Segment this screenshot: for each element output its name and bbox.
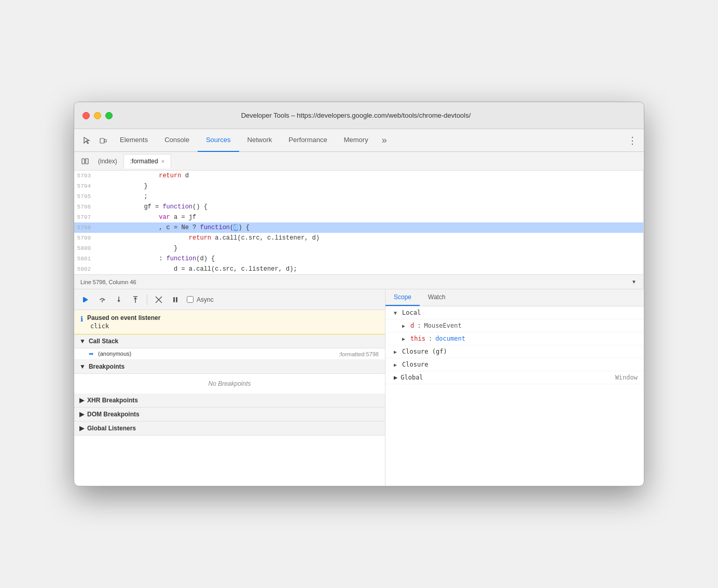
code-line-5797: 5797 var a = jf [74,212,643,222]
scope-global-header[interactable]: ▶ Global Window [385,371,644,384]
code-line-5798: 5798 , c = Ne ? function(d) { [74,222,643,233]
code-line-5800: 5800 } [74,243,643,254]
devtools-tab-bar: Elements Console Sources Network Perform… [74,129,644,152]
title-bar: Developer Tools – https://developers.goo… [74,102,644,129]
status-bar: Line 5798, Column 46 ▼ [74,274,643,289]
svg-marker-11 [134,297,137,299]
file-tab-bar: (index) :formatted × [74,152,644,171]
svg-marker-9 [117,300,120,302]
scope-this-key: this [410,335,425,342]
call-stack-item[interactable]: ➡ (anonymous) :formatted:5798 [74,348,385,360]
breakpoints-header[interactable]: ▼ Breakpoints [74,360,385,374]
svg-rect-0 [100,138,104,143]
scope-d-val: MouseEvent [424,322,461,329]
devtools-menu-button[interactable]: ⋮ [625,133,640,148]
bottom-panel: Async ℹ Paused on event listener click ▼… [74,289,644,486]
step-into-button[interactable] [112,292,126,307]
code-line-5796: 5796 gf = function() { [74,202,643,212]
global-listeners-label: Global Listeners [87,425,136,432]
svg-marker-4 [84,297,88,302]
tab-elements[interactable]: Elements [112,129,156,152]
this-expand-tri: ▶ [402,336,407,342]
step-out-button[interactable] [128,292,143,307]
tab-sources[interactable]: Sources [198,129,239,152]
scope-d-item[interactable]: ▶ d : MouseEvent [385,319,644,332]
call-stack-func: (anonymous) [98,351,131,357]
devtools-window: Developer Tools – https://developers.goo… [74,102,644,486]
tab-network[interactable]: Network [239,129,281,152]
left-panel: Async ℹ Paused on event listener click ▼… [74,289,385,486]
file-tab-index[interactable]: (index) [92,154,123,169]
tab-memory[interactable]: Memory [336,129,377,152]
info-icon: ℹ [80,315,83,323]
no-breakpoints-label: No Breakpoints [74,374,385,394]
toggle-panel-button[interactable] [78,155,92,168]
code-line-5802: 5802 d = a.call(c.src, c.listener, d); [74,264,643,274]
file-tab-formatted[interactable]: :formatted × [123,154,171,169]
scope-global-label: Global [401,374,423,381]
scope-closure-label: Closure [402,361,429,368]
svg-rect-16 [176,297,177,302]
svg-rect-15 [173,297,175,302]
pause-on-exceptions-button[interactable] [168,292,183,307]
call-stack-header[interactable]: ▼ Call Stack [74,334,385,348]
debugger-toolbar: Async [74,289,385,310]
svg-marker-6 [103,299,105,301]
closure-tri: ▶ [394,362,399,368]
tab-console[interactable]: Console [156,129,198,152]
window-title: Developer Tools – https://developers.goo… [76,111,636,119]
code-line-5794: 5794 } [74,181,643,191]
code-line-5793: 5793 return d [74,171,643,181]
dom-breakpoints-header[interactable]: ▶ DOM Breakpoints [74,408,385,422]
scope-this-colon: : [429,335,432,342]
resume-button[interactable] [78,292,93,307]
code-panel: 5793 return d 5794 } 5795 ; 5796 gf = fu… [74,171,644,289]
tab-performance[interactable]: Performance [280,129,335,152]
scope-closure-gf-header[interactable]: ▶ Closure (gf) [385,345,644,358]
file-tab-index-label: (index) [98,158,117,165]
paused-detail: click [87,321,160,330]
current-frame-arrow: ➡ [89,351,93,357]
scope-closure-header[interactable]: ▶ Closure [385,358,644,371]
select-tool-icon[interactable] [78,132,95,149]
async-checkbox[interactable]: Async [187,296,214,303]
code-line-5795: 5795 ; [74,191,643,202]
svg-rect-2 [82,159,85,164]
scope-this-item[interactable]: ▶ this : document [385,332,644,345]
scope-closure-gf-label: Closure (gf) [402,348,447,355]
tab-scope[interactable]: Scope [385,289,420,306]
paused-content: Paused on event listener click [87,314,160,330]
scope-local-header[interactable]: ▼ Local [385,306,644,319]
code-line-5799: 5799 return a.call(c.src, c.listener, d) [74,233,643,243]
global-tri: ▶ [394,374,397,381]
cursor-position: Line 5798, Column 46 [80,279,136,285]
code-line-5801: 5801 : function(d) { [74,254,643,264]
xhr-breakpoints-tri: ▶ [79,397,84,404]
dom-breakpoints-label: DOM Breakpoints [87,411,140,418]
more-tabs-button[interactable]: » [379,135,390,146]
global-listeners-header[interactable]: ▶ Global Listeners [74,422,385,436]
tab-watch[interactable]: Watch [420,289,454,306]
file-tab-formatted-label: :formatted [130,158,158,165]
breakpoints-tri: ▼ [79,363,86,370]
device-toggle-icon[interactable] [95,132,112,149]
code-area[interactable]: 5793 return d 5794 } 5795 ; 5796 gf = fu… [74,171,643,274]
closure-gf-tri: ▶ [394,349,399,355]
call-stack-tri: ▼ [79,338,86,345]
xhr-breakpoints-label: XHR Breakpoints [87,397,138,404]
scope-d-key: d [410,322,414,329]
xhr-breakpoints-header[interactable]: ▶ XHR Breakpoints [74,394,385,408]
deactivate-breakpoints-button[interactable] [151,292,166,307]
close-tab-icon[interactable]: × [161,158,164,164]
async-label: Async [197,296,214,303]
step-over-button[interactable] [95,292,109,307]
paused-notice: ℹ Paused on event listener click [74,310,385,334]
scroll-down-icon[interactable]: ▼ [631,279,637,285]
async-checkbox-input[interactable] [187,296,194,303]
svg-rect-3 [86,159,88,164]
d-expand-tri: ▶ [402,323,407,329]
scope-this-val: document [435,335,465,342]
local-tri: ▼ [394,310,399,316]
call-stack-name: ➡ (anonymous) [89,351,131,357]
toolbar-divider [147,295,147,305]
